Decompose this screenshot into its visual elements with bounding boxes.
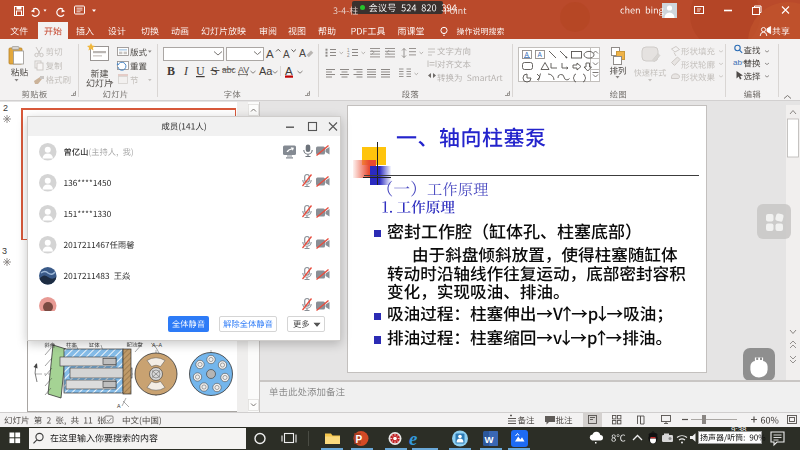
svg-text:S: S bbox=[211, 64, 218, 78]
svg-text:A: A bbox=[299, 47, 306, 59]
svg-text:I: I bbox=[183, 64, 189, 78]
svg-text:2: 2 bbox=[347, 53, 350, 58]
svg-text:A: A bbox=[266, 48, 274, 60]
svg-text:A: A bbox=[117, 403, 121, 409]
svg-text:W: W bbox=[485, 434, 494, 445]
svg-text:e: e bbox=[409, 428, 418, 449]
svg-text:abc: abc bbox=[222, 65, 236, 75]
svg-text:A–A: A–A bbox=[152, 342, 162, 348]
svg-text:B: B bbox=[167, 64, 175, 78]
svg-text:AV: AV bbox=[238, 65, 249, 75]
svg-text:Aa: Aa bbox=[259, 65, 273, 77]
svg-text:ab: ab bbox=[733, 58, 742, 67]
svg-text:P: P bbox=[356, 434, 363, 445]
svg-text:A: A bbox=[538, 51, 543, 58]
svg-text:A: A bbox=[285, 65, 293, 77]
svg-text:A: A bbox=[525, 51, 530, 58]
svg-text:1: 1 bbox=[347, 48, 350, 53]
svg-text:A: A bbox=[283, 49, 290, 60]
svg-text:U: U bbox=[196, 64, 205, 78]
